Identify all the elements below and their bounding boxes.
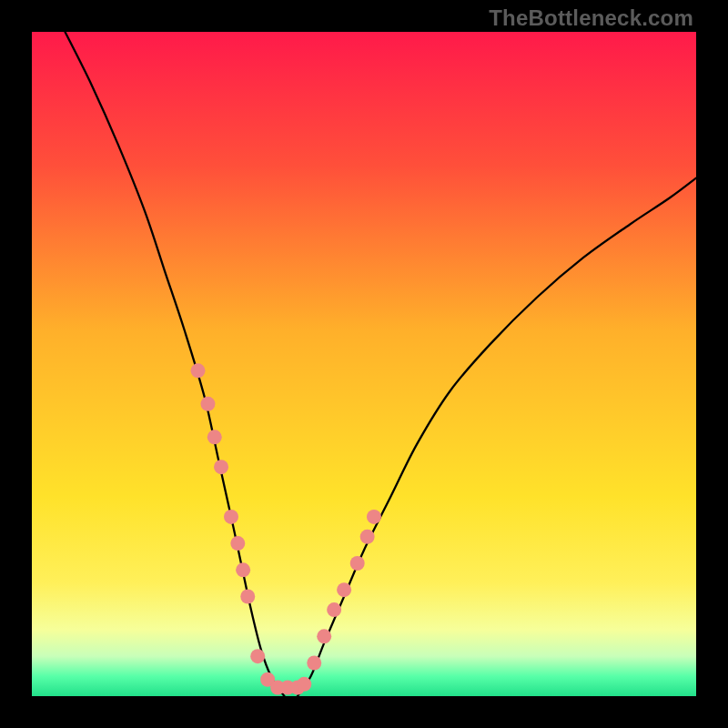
plot-area [32, 32, 696, 696]
watermark-text: TheBottleneck.com [489, 5, 693, 31]
chart-frame: TheBottleneck.com [0, 0, 728, 728]
svg-rect-0 [32, 32, 696, 696]
background-gradient [32, 32, 696, 696]
